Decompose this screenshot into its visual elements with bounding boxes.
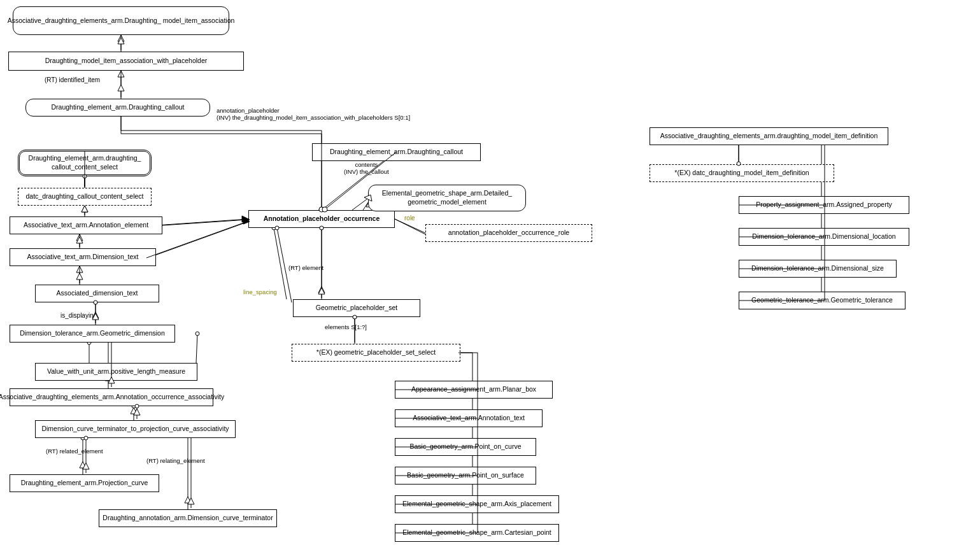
node-geometric-placeholder-set-select: *(EX) geometric_placeholder_set_select xyxy=(292,344,460,362)
label-elements-s: elements S[1:?] xyxy=(325,323,367,330)
node-draughting-callout-content-select: Draughting_element_arm.draughting_callou… xyxy=(18,150,152,176)
node-axis-placement: Elemental_geometric_shape_arm.Axis_place… xyxy=(395,495,559,513)
svg-marker-118 xyxy=(134,409,140,415)
svg-marker-73 xyxy=(82,206,88,212)
svg-marker-92 xyxy=(318,288,325,294)
label-rt-element: (RT) element xyxy=(288,264,323,271)
node-draughting-element-callout-top: Draughting_element_arm.Draughting_callou… xyxy=(25,99,210,117)
label-line-spacing: line_spacing xyxy=(243,288,277,295)
svg-line-88 xyxy=(352,197,369,210)
node-annotation-text: Associative_text_arm.Annotation_text xyxy=(395,409,543,427)
node-annotation-placeholder-occurrence-role: annotation_placeholder_occurrence_role xyxy=(425,224,592,242)
node-assigned-property: Property_assignment_arm.Assigned_propert… xyxy=(739,196,909,214)
label-is-displaying: is_displaying xyxy=(60,312,97,319)
label-rt-identified-item: (RT) identified_item xyxy=(45,76,100,83)
svg-marker-15 xyxy=(76,266,83,272)
node-dimension-curve-terminator: Draughting_annotation_arm.Dimension_curv… xyxy=(99,509,277,527)
node-cartesian-point: Elemental_geometric_shape_arm.Cartesian_… xyxy=(395,524,559,542)
node-planar-box: Appearance_assignment_arm.Planar_box xyxy=(395,381,553,399)
svg-marker-65 xyxy=(118,85,124,91)
node-dimension-curve-terminator-assoc: Dimension_curve_terminator_to_projection… xyxy=(35,420,236,438)
svg-marker-55 xyxy=(131,407,137,414)
node-draughting-callout-center: Draughting_element_arm.Draughting_callou… xyxy=(312,143,481,161)
svg-line-81 xyxy=(162,220,247,225)
node-annotation-occurrence-assoc: Associative_draughting_elements_arm.Anno… xyxy=(10,388,213,406)
label-rt-relating-element: (RT) relating_element xyxy=(146,457,205,464)
node-point-on-surface: Basic_geometry_arm.Point_on_surface xyxy=(395,467,536,485)
svg-marker-63 xyxy=(118,38,124,44)
node-datc-model-item-def: *(EX) datc_draughting_model_item_definit… xyxy=(650,164,834,182)
diagram-container: Associative_draughting_elements_arm.Drau… xyxy=(0,0,980,559)
label-role: role xyxy=(404,215,415,222)
svg-point-113 xyxy=(195,332,199,336)
label-contents-inv: contents(INV) the_callout xyxy=(344,161,389,175)
svg-marker-58 xyxy=(80,462,86,468)
node-datc-callout-content: datc_draughting_callout_content_select xyxy=(18,188,152,206)
label-rt-related-element: (RT) related_element xyxy=(46,448,103,455)
svg-marker-121 xyxy=(83,463,89,469)
svg-marker-75 xyxy=(76,237,83,243)
node-geometric-dimension: Dimension_tolerance_arm.Geometric_dimens… xyxy=(10,325,175,343)
svg-marker-1 xyxy=(118,35,124,41)
svg-marker-29 xyxy=(318,287,325,293)
node-projection-curve: Draughting_element_arm.Projection_curve xyxy=(10,474,159,492)
node-detailed-geometric-model: Elemental_geometric_shape_arm.Detailed_g… xyxy=(368,185,526,211)
svg-line-112 xyxy=(196,334,197,363)
node-draughting-model-item-assoc-placeholder: Draughting_model_item_association_with_p… xyxy=(8,52,244,71)
node-dimensional-size: Dimension_tolerance_arm.Dimensional_size xyxy=(739,260,897,278)
svg-line-21 xyxy=(150,222,248,257)
svg-marker-11 xyxy=(82,206,88,212)
svg-marker-20 xyxy=(242,216,248,222)
node-annotation-placeholder-occ: Annotation_placeholder_occurrence xyxy=(248,210,395,228)
node-assoc-draughting-arm: Associative_draughting_elements_arm.Drau… xyxy=(13,6,229,35)
svg-marker-77 xyxy=(76,273,83,280)
label-annotation-placeholder: annotation_placeholder(INV) the_draughti… xyxy=(217,107,410,121)
node-geometric-tolerance: Geometric_tolerance_arm.Geometric_tolera… xyxy=(739,292,905,309)
svg-marker-123 xyxy=(188,498,194,504)
node-geometric-placeholder-set: Geometric_placeholder_set xyxy=(293,299,420,317)
svg-marker-3 xyxy=(118,71,124,77)
node-point-on-curve: Basic_geometry_arm.Point_on_curve xyxy=(395,438,536,456)
node-associated-dimension-text: Associated_dimension_text xyxy=(35,285,159,302)
node-annotation-element: Associative_text_arm.Annotation_element xyxy=(10,216,162,234)
svg-line-19 xyxy=(156,219,248,225)
node-draughting-model-item-def: Associative_draughting_elements_arm.drau… xyxy=(650,127,888,145)
node-dimensional-location: Dimension_tolerance_arm.Dimensional_loca… xyxy=(739,228,909,246)
svg-marker-13 xyxy=(76,234,83,241)
node-positive-length-measure: Value_with_unit_arm.positive_length_meas… xyxy=(35,363,197,381)
svg-marker-60 xyxy=(185,497,191,503)
node-dimension-text: Associative_text_arm.Dimension_text xyxy=(10,248,156,266)
